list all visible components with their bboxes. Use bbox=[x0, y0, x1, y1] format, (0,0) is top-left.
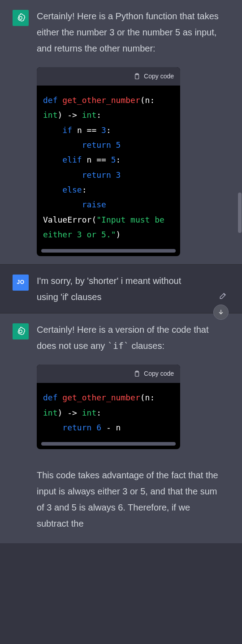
edit-icon bbox=[219, 291, 228, 300]
vertical-scrollbar[interactable] bbox=[238, 193, 242, 233]
assistant-avatar bbox=[13, 10, 29, 26]
copy-code-label: Copy code bbox=[144, 71, 174, 82]
assistant-message: Certainly! Here is a version of the code… bbox=[0, 313, 242, 543]
inline-code: `if` bbox=[108, 340, 129, 351]
copy-code-button[interactable]: Copy code bbox=[133, 368, 174, 379]
copy-code-button[interactable]: Copy code bbox=[133, 71, 174, 82]
code-block-header: Copy code bbox=[37, 365, 180, 383]
copy-code-label: Copy code bbox=[144, 368, 174, 379]
clipboard-icon bbox=[133, 370, 140, 378]
message-text: This code takes advantage of the fact th… bbox=[37, 467, 220, 532]
chat-viewport: Certainly! Here is a Python function tha… bbox=[0, 0, 242, 543]
user-message: JO I'm sorry, by 'shorter' i meant witho… bbox=[0, 265, 242, 313]
openai-logo-icon bbox=[15, 13, 26, 23]
code-content[interactable]: def get_other_number(n: int) -> int: if … bbox=[37, 86, 180, 247]
arrow-down-icon bbox=[217, 309, 225, 316]
message-text: Certainly! Here is a version of the code… bbox=[37, 322, 220, 354]
assistant-avatar bbox=[13, 323, 29, 339]
edit-message-button[interactable] bbox=[219, 289, 228, 305]
clipboard-icon bbox=[133, 73, 140, 81]
message-content: Certainly! Here is a version of the code… bbox=[37, 322, 229, 535]
code-content[interactable]: def get_other_number(n: int) -> int: ret… bbox=[37, 383, 180, 440]
code-block: Copy code def get_other_number(n: int) -… bbox=[37, 365, 180, 449]
svg-point-3 bbox=[19, 330, 22, 333]
code-horizontal-scrollbar[interactable] bbox=[41, 442, 176, 446]
code-horizontal-scrollbar[interactable] bbox=[41, 249, 176, 253]
code-block-header: Copy code bbox=[37, 67, 180, 86]
svg-point-0 bbox=[19, 17, 22, 19]
user-avatar: JO bbox=[13, 275, 29, 291]
message-content: Certainly! Here is a Python function tha… bbox=[37, 8, 229, 256]
message-text: I'm sorry, by 'shorter' i meant without … bbox=[37, 273, 200, 305]
scroll-to-bottom-button[interactable] bbox=[213, 305, 229, 320]
openai-logo-icon bbox=[15, 326, 26, 337]
code-block: Copy code def get_other_number(n: int) -… bbox=[37, 67, 180, 256]
message-content: I'm sorry, by 'shorter' i meant without … bbox=[37, 273, 209, 305]
assistant-message: Certainly! Here is a Python function tha… bbox=[0, 0, 242, 265]
message-text: Certainly! Here is a Python function tha… bbox=[37, 8, 220, 56]
